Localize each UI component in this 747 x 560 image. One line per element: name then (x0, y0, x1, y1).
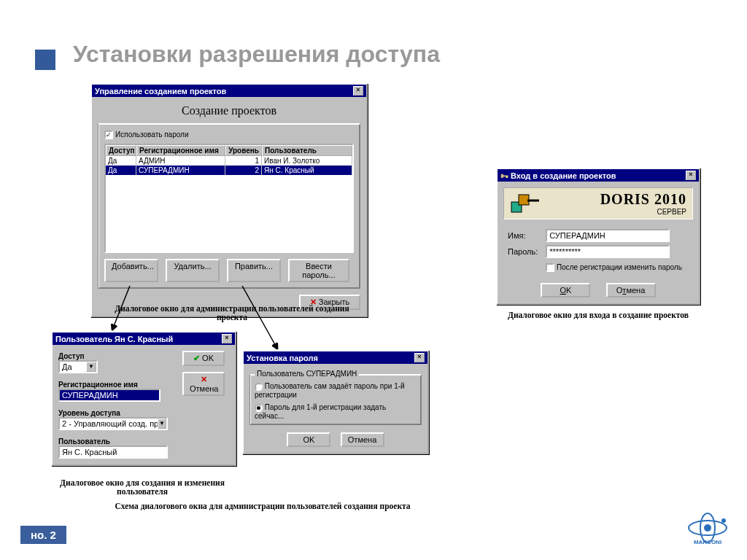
enter-password-button[interactable]: Ввести пароль... (288, 259, 349, 282)
label-level: Уровень доступа (58, 409, 177, 417)
access-dropdown[interactable]: Да▼ (58, 360, 98, 373)
chevron-down-icon: ▼ (158, 419, 166, 429)
marconi-logo-icon: MARCONI (686, 510, 729, 545)
ok-button[interactable]: OK (541, 283, 590, 298)
ok-button[interactable]: OK (287, 432, 330, 447)
cancel-button[interactable]: ✕ Отмена (182, 372, 225, 396)
radio-icon (255, 404, 263, 412)
chevron-down-icon: ▼ (86, 362, 96, 372)
col-user[interactable]: Пользователь (262, 145, 352, 156)
ok-button[interactable]: ✔ OK (182, 351, 225, 366)
window-title: 🗝 Вход в создание проектов (500, 171, 616, 180)
label-access: Доступ (58, 352, 177, 360)
table-row[interactable]: Да АДМИН 1 Иван И. Золотко (106, 156, 352, 166)
table-row[interactable]: Да СУПЕРАДМИН 2 Ян С. Красный (106, 166, 352, 175)
delete-button[interactable]: Удалить... (166, 259, 220, 282)
brand-name: DORIS 2010 (546, 191, 686, 208)
window-login: 🗝 Вход в создание проектов × DORIS 2010 … (496, 168, 700, 305)
checkbox-icon: ✓ (104, 131, 113, 139)
user-input[interactable]: Ян С. Красный (58, 446, 168, 459)
col-regname[interactable]: Регистрационное имя (136, 145, 225, 156)
dialog-heading: Создание проектов (98, 104, 360, 117)
svg-point-7 (704, 524, 711, 532)
svg-line-4 (242, 286, 277, 349)
add-button[interactable]: Добавить... (104, 259, 158, 282)
col-level[interactable]: Уровень (225, 145, 262, 156)
cancel-button[interactable]: Отмена (606, 283, 656, 298)
cancel-button[interactable]: Отмена (341, 432, 384, 447)
name-input[interactable]: СУПЕРАДМИН (546, 229, 670, 242)
svg-point-8 (721, 518, 726, 523)
label-user: Пользователь (58, 438, 177, 446)
arrow-icon (235, 286, 286, 355)
col-access[interactable]: Доступ (106, 145, 136, 156)
logo-icon (510, 190, 539, 217)
users-table[interactable]: Доступ Регистрационное имя Уровень Польз… (104, 144, 354, 253)
groupbox-label: Пользователь СУПЕРАДМИН (255, 370, 359, 378)
checkbox-icon (546, 263, 554, 272)
check-icon: ✔ (193, 354, 200, 362)
label-regname: Регистрационное имя (58, 381, 177, 389)
close-icon[interactable]: × (414, 353, 425, 362)
arrow-icon (109, 286, 146, 337)
change-after-login-checkbox[interactable]: После регистрации изменить пароль (546, 263, 682, 271)
radio-option-1[interactable]: Пользователь сам задаёт пароль при 1-й р… (255, 382, 417, 399)
x-icon: ✕ (201, 375, 207, 384)
title-accent (35, 50, 55, 70)
window-project-management: Управление созданием проектов × Создание… (90, 83, 368, 317)
close-icon[interactable]: × (353, 86, 363, 96)
svg-text:MARCONI: MARCONI (694, 539, 721, 545)
radio-option-2[interactable]: Пароль для 1-й регистрации задать сейчас… (255, 403, 417, 420)
window-user-edit: Пользователь Ян С. Красный × Доступ Да▼ … (51, 331, 236, 466)
label-password: Пароль: (505, 244, 543, 259)
use-passwords-checkbox[interactable]: ✓ Использовать пароли (104, 130, 354, 139)
caption-3: Схема диалогового окна для администрации… (109, 502, 416, 510)
svg-rect-1 (519, 195, 529, 205)
level-dropdown[interactable]: 2 - Управляющий созд. проект▼ (58, 417, 168, 430)
password-input[interactable]: ********** (546, 245, 670, 258)
window-title: Управление созданием проектов (95, 87, 226, 96)
regname-input[interactable]: СУПЕРАДМИН (58, 389, 160, 402)
brand-banner: DORIS 2010 СЕРВЕР (503, 187, 693, 219)
page-title: Установки разрешения доступа (73, 41, 440, 68)
window-set-password: Установка пароля × Пользователь СУПЕРАДМ… (242, 350, 429, 454)
svg-line-3 (112, 286, 130, 330)
label-name: Имя: (505, 228, 543, 243)
caption-2: Диалоговое окно для создания и изменения… (58, 478, 226, 496)
close-icon[interactable]: × (686, 171, 696, 180)
caption-4: Диалоговое окно для входа в создание про… (503, 311, 693, 319)
close-icon[interactable]: × (222, 334, 232, 343)
radio-icon (255, 383, 263, 391)
brand-sub: СЕРВЕР (546, 208, 686, 216)
slide-number: но. 2 (20, 526, 66, 544)
key-icon: 🗝 (500, 171, 508, 180)
edit-button[interactable]: Править... (227, 259, 281, 282)
